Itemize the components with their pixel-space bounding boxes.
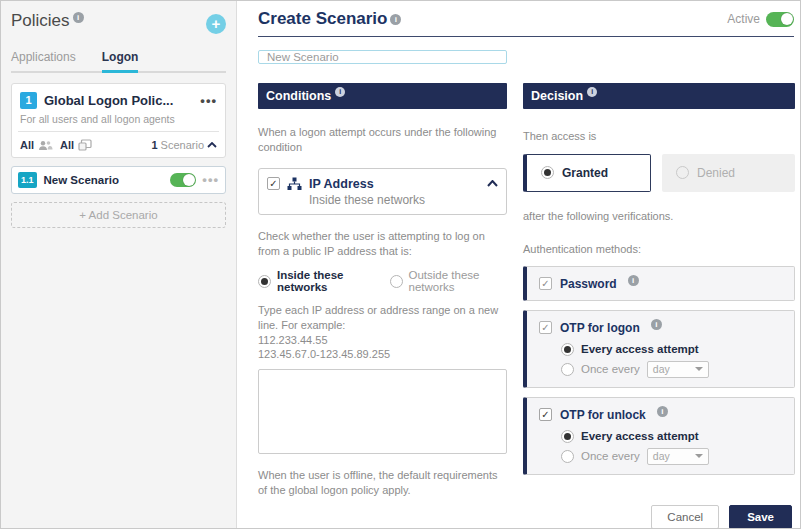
denied-radio[interactable] bbox=[676, 166, 689, 179]
tab-logon[interactable]: Logon bbox=[102, 50, 139, 73]
policy-menu-icon[interactable]: ••• bbox=[200, 97, 217, 105]
ip-address-checkbox[interactable]: ✓ bbox=[267, 177, 280, 190]
policy-title: Global Logon Polic... bbox=[44, 93, 200, 108]
scenario-list-item[interactable]: 1.1 New Scenario ••• bbox=[11, 166, 226, 194]
password-method-card: ✓ Password i bbox=[523, 266, 795, 301]
otp-logon-row: ✓ OTP for logon i bbox=[539, 321, 784, 335]
title-divider bbox=[258, 36, 794, 37]
otp-logon-label: OTP for logon bbox=[560, 321, 640, 335]
add-scenario-button[interactable]: + Add Scenario bbox=[11, 202, 226, 228]
otp-logon-once-radio[interactable] bbox=[561, 363, 574, 376]
otp-logon-every-radio[interactable] bbox=[561, 343, 574, 356]
create-scenario-info-icon[interactable]: i bbox=[390, 14, 401, 25]
scenario-name: New Scenario bbox=[44, 174, 171, 186]
otp-unlock-label: OTP for unlock bbox=[560, 408, 646, 422]
footer-actions: Cancel Save bbox=[258, 497, 794, 528]
conditions-header: Conditions i bbox=[258, 83, 507, 109]
otp-unlock-info-icon[interactable]: i bbox=[657, 406, 668, 417]
otp-unlock-every-row: Every access attempt bbox=[561, 430, 784, 443]
ip-address-title: IP Address bbox=[309, 177, 374, 191]
granted-option-card[interactable]: Granted bbox=[523, 154, 651, 192]
password-row: ✓ Password i bbox=[539, 277, 784, 291]
page-title: Create Scenario bbox=[258, 9, 387, 29]
scenario-name-input[interactable] bbox=[258, 50, 507, 64]
otp-logon-every-label: Every access attempt bbox=[581, 343, 699, 355]
apps-all-label: All bbox=[60, 139, 74, 151]
sidebar-title-wrap: Policiesi bbox=[11, 11, 84, 31]
otp-logon-info-icon[interactable]: i bbox=[651, 319, 662, 330]
password-info-icon[interactable]: i bbox=[628, 275, 639, 286]
decision-header: Decision i bbox=[523, 83, 795, 109]
ip-range-hint: Type each IP address or address range on… bbox=[258, 303, 507, 333]
password-label: Password bbox=[560, 277, 617, 291]
scenario-count-wrap[interactable]: 1 Scenario bbox=[151, 139, 217, 151]
ip-card-subtitle: Inside these networks bbox=[309, 193, 498, 207]
conditions-section: Conditions i When a logon attempt occurs… bbox=[258, 83, 507, 497]
otp-unlock-once-radio[interactable] bbox=[561, 450, 574, 463]
add-policy-button[interactable]: + bbox=[206, 14, 226, 34]
create-scenario-panel: Create Scenario i Active Conditions i Wh… bbox=[237, 1, 800, 528]
granted-label: Granted bbox=[562, 166, 608, 180]
denied-option-card[interactable]: Denied bbox=[662, 154, 795, 192]
otp-unlock-every-radio[interactable] bbox=[561, 430, 574, 443]
otp-unlock-interval-value: day bbox=[653, 450, 670, 462]
granted-radio[interactable] bbox=[541, 166, 554, 179]
collapse-chevron-icon[interactable] bbox=[207, 142, 217, 148]
denied-label: Denied bbox=[697, 166, 735, 180]
scenario-word: Scenario bbox=[161, 139, 204, 151]
policy-divider bbox=[18, 131, 219, 132]
decision-info-icon[interactable]: i bbox=[587, 87, 597, 97]
ip-ranges-textarea[interactable] bbox=[258, 369, 507, 454]
decision-intro: Then access is bbox=[523, 129, 795, 144]
conditions-intro: When a logon attempt occurs under the fo… bbox=[258, 125, 507, 155]
tab-applications[interactable]: Applications bbox=[11, 50, 76, 71]
scenario-menu-icon[interactable]: ••• bbox=[202, 176, 219, 184]
conditions-info-icon[interactable]: i bbox=[335, 87, 345, 97]
ip-example-1: 112.233.44.55 bbox=[258, 333, 507, 347]
otp-logon-checkbox[interactable]: ✓ bbox=[539, 321, 552, 334]
scenario-number-badge: 1.1 bbox=[18, 172, 37, 188]
cancel-button[interactable]: Cancel bbox=[651, 505, 719, 528]
decision-section: Decision i Then access is Granted Denied… bbox=[523, 83, 795, 497]
outside-networks-label: Outside these networks bbox=[409, 269, 508, 293]
users-all-label: All bbox=[20, 139, 34, 151]
active-toggle-wrap: Active bbox=[727, 12, 794, 27]
ip-collapse-chevron-icon[interactable] bbox=[487, 180, 498, 187]
scenario-enabled-toggle[interactable] bbox=[170, 173, 196, 187]
otp-logon-interval-value: day bbox=[653, 363, 670, 375]
chevron-down-icon bbox=[695, 367, 703, 371]
policies-sidebar: Policiesi + Applications Logon 1 Global … bbox=[1, 1, 237, 528]
otp-logon-once-label: Once every bbox=[581, 363, 640, 375]
scenario-count: 1 bbox=[151, 139, 157, 151]
after-verifications-text: after the following verifications. bbox=[523, 209, 795, 224]
inside-networks-radio[interactable] bbox=[258, 275, 271, 288]
policies-info-icon[interactable]: i bbox=[73, 12, 84, 23]
offline-note: When the user is offline, the default re… bbox=[258, 468, 507, 498]
policy-number-badge: 1 bbox=[20, 92, 37, 109]
policy-subtitle: For all users and all logon agents bbox=[20, 113, 217, 125]
ip-example-2: 123.45.67.0-123.45.89.255 bbox=[258, 347, 507, 361]
active-label: Active bbox=[727, 12, 760, 26]
otp-logon-method-card: ✓ OTP for logon i Every access attempt O… bbox=[523, 310, 795, 388]
password-checkbox[interactable]: ✓ bbox=[539, 277, 552, 290]
policy-card[interactable]: 1 Global Logon Polic... ••• For all user… bbox=[11, 83, 226, 158]
ip-check-description: Check whether the user is attempting to … bbox=[258, 229, 507, 259]
policies-title: Policies bbox=[11, 11, 70, 30]
otp-logon-interval-select[interactable]: day bbox=[647, 361, 709, 378]
outside-networks-radio[interactable] bbox=[390, 275, 403, 288]
inside-networks-label: Inside these networks bbox=[277, 269, 376, 293]
otp-unlock-checkbox[interactable]: ✓ bbox=[539, 408, 552, 421]
otp-unlock-interval-select[interactable]: day bbox=[647, 448, 709, 465]
ip-address-condition-card[interactable]: ✓ IP Address bbox=[258, 168, 507, 215]
otp-unlock-method-card: ✓ OTP for unlock i Every access attempt … bbox=[523, 397, 795, 475]
otp-logon-once-row: Once every day bbox=[561, 361, 784, 378]
save-button[interactable]: Save bbox=[729, 505, 792, 528]
sidebar-header: Policiesi + bbox=[11, 11, 226, 34]
otp-unlock-once-row: Once every day bbox=[561, 448, 784, 465]
active-toggle[interactable] bbox=[766, 12, 794, 27]
network-sitemap-icon bbox=[287, 177, 302, 191]
devices-icon bbox=[78, 139, 92, 151]
chevron-down-icon bbox=[695, 454, 703, 458]
sidebar-tabs: Applications Logon bbox=[11, 50, 226, 73]
conditions-title: Conditions bbox=[266, 89, 331, 103]
